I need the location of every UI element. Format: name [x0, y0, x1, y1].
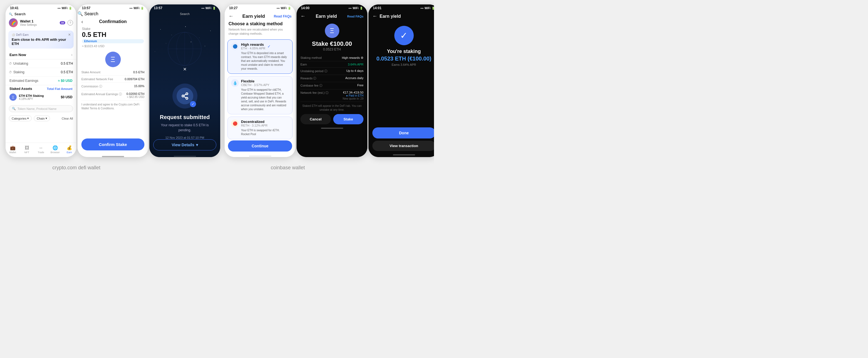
cancel-button[interactable]: Cancel: [301, 114, 331, 124]
search-icon-2: 🔍: [12, 107, 16, 110]
staked-assets-label: Staked Assets: [9, 87, 32, 91]
check-circle-big: ✓: [394, 26, 414, 45]
status-icons-2: ▪▪▪ WiFi 🔋: [129, 7, 144, 10]
defi-earn-banner[interactable]: ⚪ DeFi Earn Earn close to 4% APR with yo…: [8, 31, 73, 48]
option1-name: High rewards: [241, 42, 265, 46]
coinbase-wallet-label: coinbase wallet: [147, 165, 429, 171]
chevron-down-icon-2: ▾: [45, 117, 47, 120]
home-indicator: [102, 156, 124, 157]
high-rewards-icon: 🔵: [231, 42, 239, 50]
view-details-label: View Details: [172, 143, 194, 147]
nav-trade[interactable]: ↔ Trade: [35, 145, 46, 154]
info-icon[interactable]: ?: [67, 20, 73, 26]
commission-label: Commission ⓘ: [81, 85, 102, 89]
search-bar-2[interactable]: 🔍 Search: [78, 11, 148, 17]
continue-button[interactable]: Continue: [228, 140, 292, 152]
stake-note: Staked ETH will appear in the DeFi tab. …: [297, 102, 367, 114]
chevron-right-icon: ›: [71, 53, 72, 57]
eth-logo-center: Ξ: [78, 52, 148, 67]
eth-logo-center2: Ξ: [297, 24, 367, 38]
paid-in-eth-label: Paid in ETH: [349, 94, 364, 97]
read-faqs-dark[interactable]: Read FAQs: [347, 15, 364, 18]
earn-value: 3.64% APR: [348, 63, 364, 66]
phone-screen4: 10:27 ▪▪▪ WiFi 🔋 ← Earn yield Read FAQs …: [225, 4, 296, 157]
nav-trade-label: Trade: [38, 151, 44, 154]
search-label-3[interactable]: Search: [180, 12, 190, 15]
est-earnings: Estimated Earnings ≈ $0 USD: [5, 76, 76, 85]
read-faqs-link[interactable]: Read FAQs: [274, 14, 291, 18]
conf-usd: ≈ $1023.43 USD: [78, 44, 148, 50]
categories-filter[interactable]: Categories ▾: [9, 116, 32, 121]
back-button-5[interactable]: ←: [301, 13, 305, 19]
network-fee-value: 0.009704 ETH: [125, 77, 145, 81]
wifi-icon-6: WiFi: [425, 7, 430, 10]
cancel-stake-row: Cancel Stake: [297, 114, 367, 127]
back-arrow-4[interactable]: ←: [228, 13, 234, 19]
time-6: 14:01: [373, 6, 381, 10]
earn-row: Earn 3.64% APR: [301, 61, 364, 68]
earn-nav-icon: 💰: [67, 145, 72, 151]
close-icon[interactable]: ✕: [68, 33, 71, 37]
filter-row: Categories ▾ Chain ▾ Clear All: [5, 114, 76, 123]
wallet-nav-icon: 💼: [10, 145, 16, 151]
annual-eth: 0.02093 ETH: [126, 92, 145, 95]
nft-nav-icon: 🖼: [25, 145, 29, 151]
back-button[interactable]: ‹: [81, 19, 83, 25]
rewards-row: Rewards ⓘ Accrues daily: [301, 75, 364, 82]
done-button[interactable]: Done: [372, 127, 434, 138]
wallet-right: 34 ?: [60, 20, 73, 26]
wifi-icon-5: WiFi: [353, 7, 359, 10]
option2-name: Flexible: [241, 79, 269, 83]
option2-header: 💧 Flexible CBETH · 3.57% APY: [231, 79, 289, 87]
view-details-button[interactable]: View Details ▾: [153, 139, 216, 151]
bottom-nav: 💼 Wallet 🖼 NFT ↔ Trade 🌐 Browser: [5, 143, 76, 157]
status-bar-6: 14:01 ▪▪▪ WiFi 🔋: [369, 4, 434, 11]
nav-nft-label: NFT: [25, 151, 29, 154]
est-label: Estimated Earnings: [9, 79, 38, 83]
coinbase-fee-row: Coinbase fee ⓘ Free: [301, 82, 364, 89]
wifi-icon-3: WiFi: [206, 7, 211, 10]
staked-header: Staked Assets Total Fiat Amount: [9, 87, 72, 91]
categories-label: Categories: [12, 117, 26, 120]
new-quote-label: New quote in: 29: [343, 97, 364, 100]
confirm-stake-button[interactable]: Confirm Stake: [81, 138, 145, 151]
stake-button[interactable]: Stake: [333, 114, 364, 124]
staking-amount: 0.5 ETH: [61, 70, 73, 74]
total-fiat-link[interactable]: Total Fiat Amount: [47, 87, 72, 91]
nav-wallet[interactable]: 💼 Wallet: [7, 145, 18, 154]
choose-staking-title: Choose a staking method: [225, 20, 296, 27]
earn-now-row[interactable]: Earn Now ›: [5, 50, 76, 59]
nav-earn-label: Earn: [67, 151, 72, 154]
avatar: 🌈: [9, 18, 18, 27]
signal-icon-2: ▪▪▪: [129, 7, 132, 10]
network-fee-row: Estimated Network Fee 0.009704 ETH: [81, 76, 145, 83]
nav-browser[interactable]: 🌐 Browser: [50, 145, 61, 154]
signal-icon-3: ▪▪▪: [201, 7, 205, 10]
view-transaction-button[interactable]: View transaction: [372, 141, 434, 151]
wifi-icon-4: WiFi: [281, 7, 286, 10]
nav-nft[interactable]: 🖼 NFT: [21, 145, 32, 154]
wallet-sub: View Settings: [20, 23, 37, 26]
staked-assets-section: Staked Assets Total Fiat Amount Ξ ETH ET…: [5, 85, 76, 103]
back-button-6[interactable]: ←: [372, 13, 377, 19]
stake-eur-amount: Stake €100.00: [297, 40, 367, 47]
search-bar-1[interactable]: 🔍 Search: [5, 11, 76, 17]
conf-header: ‹ Confirmation: [78, 17, 148, 26]
conf-stake-label: Stake: [78, 26, 148, 31]
decentralized-option[interactable]: 🔴 Decentralized RETH · 3.12% APR Your ET…: [227, 117, 293, 139]
close-button[interactable]: ✕: [183, 67, 187, 72]
annual-earnings-row: Estimated Annual Earnings ⓘ 0.02093 ETH …: [81, 91, 145, 100]
token-search[interactable]: 🔍 Token Name, Protocol Name: [9, 105, 73, 112]
clear-all-btn[interactable]: Clear All: [62, 117, 73, 120]
status-icons-4: ▪▪▪ WiFi 🔋: [277, 7, 291, 10]
clock-icon: ⏱: [9, 62, 12, 65]
trade-nav-icon: ↔: [39, 145, 43, 151]
signal-icon-4: ▪▪▪: [277, 7, 280, 10]
nav-earn[interactable]: 💰 Earn: [64, 145, 75, 154]
option3-name: Decentralized: [241, 120, 268, 124]
battery-icon-3: 🔋: [212, 7, 216, 10]
flexible-option[interactable]: 💧 Flexible CBETH · 3.57% APY Your ETH is…: [227, 76, 293, 115]
eth-logo-big: Ξ: [105, 52, 121, 67]
high-rewards-option[interactable]: 🔵 High rewards ETH · 4.05% APR ✓ Your ET…: [227, 39, 293, 74]
chain-filter[interactable]: Chain ▾: [34, 116, 50, 121]
